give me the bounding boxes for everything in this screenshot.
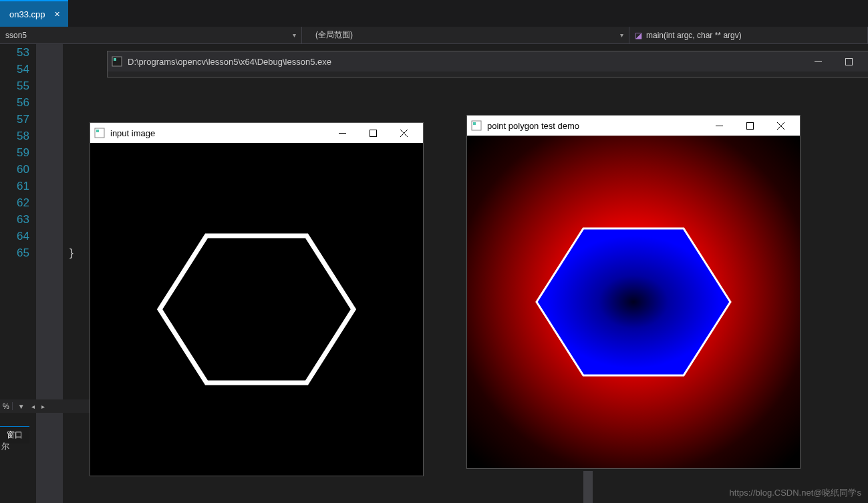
line-number: 58 — [0, 128, 29, 144]
maximize-button[interactable] — [357, 123, 388, 143]
chevron-down-icon: ▾ — [293, 31, 296, 39]
line-number: 57 — [0, 111, 29, 128]
output-panel-row: 尔 — [0, 441, 9, 452]
close-button[interactable] — [765, 116, 796, 136]
context-project[interactable]: sson5 ▾ — [0, 27, 302, 43]
nav-back-icon[interactable]: ◂ — [30, 403, 36, 410]
console-window[interactable]: D:\programs\opencv\lesson5\x64\Debug\les… — [107, 51, 868, 77]
context-bar: sson5 ▾ (全局范围) ▾ ◪ main(int argc, char *… — [0, 27, 868, 44]
context-scope[interactable]: (全局范围) ▾ — [302, 27, 629, 43]
vertical-scrollbar[interactable] — [583, 471, 593, 503]
hexagon-fill — [533, 215, 734, 389]
line-number: 63 — [0, 211, 29, 228]
line-number: 61 — [0, 178, 29, 194]
minimize-button[interactable] — [803, 51, 833, 71]
svg-rect-5 — [96, 130, 99, 132]
app-icon — [471, 120, 482, 131]
svg-rect-7 — [370, 130, 376, 136]
context-scope-label: (全局范围) — [315, 29, 353, 41]
context-project-label: sson5 — [5, 31, 27, 40]
console-titlebar[interactable]: D:\programs\opencv\lesson5\x64\Debug\les… — [108, 51, 868, 71]
line-number: 60 — [0, 161, 29, 178]
minimize-button[interactable] — [704, 116, 734, 136]
editor-margin — [36, 44, 63, 503]
chevron-down-icon[interactable]: ▼ — [17, 403, 26, 410]
line-number: 54 — [0, 61, 29, 77]
function-icon: ◪ — [635, 31, 642, 40]
file-tab[interactable]: on33.cpp × — [0, 0, 68, 27]
close-button[interactable] — [388, 123, 419, 143]
context-function[interactable]: ◪ main(int argc, char ** argv) — [629, 27, 868, 43]
result-titlebar[interactable]: point polygon test demo — [467, 116, 800, 136]
svg-rect-14 — [746, 122, 753, 129]
line-number: 53 — [0, 44, 29, 61]
result-canvas — [467, 136, 800, 468]
tab-strip: on33.cpp × — [0, 0, 868, 27]
line-number: 56 — [0, 94, 29, 111]
maximize-button[interactable] — [734, 116, 765, 136]
hexagon-outline — [156, 222, 357, 396]
result-title: point polygon test demo — [487, 121, 579, 131]
input-title: input image — [110, 128, 155, 138]
line-number: 64 — [0, 228, 29, 244]
svg-rect-3 — [845, 58, 852, 65]
context-function-label: main(int argc, char ** argv) — [646, 31, 742, 40]
file-tab-label: on33.cpp — [9, 9, 45, 19]
minimize-button[interactable] — [327, 123, 357, 143]
input-titlebar[interactable]: input image — [90, 123, 423, 143]
watermark: https://blog.CSDN.net@晓纸同学s — [730, 487, 861, 499]
chevron-down-icon: ▾ — [620, 31, 623, 39]
maximize-button[interactable] — [833, 51, 864, 71]
line-number: 62 — [0, 194, 29, 211]
svg-rect-1 — [114, 58, 116, 61]
line-number: 55 — [0, 77, 29, 94]
app-icon — [112, 56, 122, 67]
line-number: 65 — [0, 244, 29, 261]
zoom-label: % — [3, 402, 13, 410]
tab-close-icon[interactable]: × — [52, 9, 63, 19]
result-window[interactable]: point polygon test demo — [466, 115, 801, 469]
svg-marker-10 — [160, 236, 353, 383]
svg-marker-17 — [537, 228, 730, 375]
input-canvas — [90, 143, 423, 476]
input-image-window[interactable]: input image — [90, 122, 424, 476]
console-title: D:\programs\opencv\lesson5\x64\Debug\les… — [128, 57, 331, 67]
line-number: 59 — [0, 144, 29, 161]
app-icon — [94, 128, 105, 138]
svg-rect-12 — [473, 122, 476, 125]
nav-forward-icon[interactable]: ▸ — [40, 403, 46, 410]
